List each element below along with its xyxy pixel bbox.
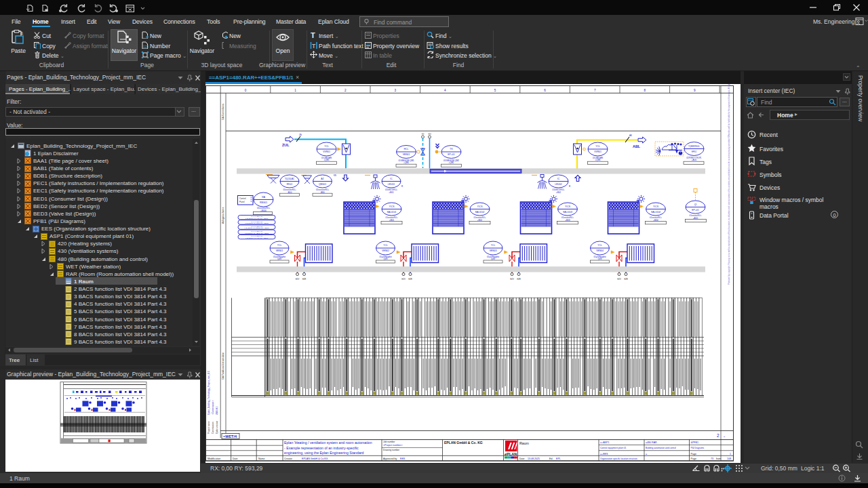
svg-text:HZR: HZR [302, 278, 307, 281]
svg-text:YCL: YCL [595, 145, 600, 148]
svg-text:3: 3 [395, 89, 397, 92]
svg-text:2: 2 [717, 433, 719, 438]
svg-text:YCL: YCL [324, 145, 329, 148]
svg-text:Date: Date [519, 458, 525, 460]
svg-text:⌄: ⌄ [723, 434, 726, 438]
svg-text:YCL: YCL [597, 244, 602, 247]
svg-text:EPLAN GmbH & Co. KG: EPLAN GmbH & Co. KG [444, 441, 483, 445]
svg-text:T: T [312, 42, 316, 49]
svg-text:HZR: HZR [624, 278, 628, 281]
svg-text:Project name: Project name [208, 421, 210, 434]
svg-text:Name: Name [258, 458, 265, 460]
svg-text:TQMEIRSUL: TQMEIRSUL [688, 145, 700, 148]
svg-text:IC: IC [557, 178, 560, 180]
svg-text:Organization specific location: Organization specific location structure [600, 458, 637, 460]
svg-text:+AU0: +AU0 [692, 159, 697, 161]
svg-text:GAH-LIAB.E-LAB: GAH-LIAB.E-LAB [251, 216, 262, 217]
svg-text:QdS: QdS [277, 258, 281, 260]
svg-text:T: T [311, 31, 315, 39]
svg-text:+QM6: +QM6 [595, 159, 601, 161]
svg-text:YCL: YCL [383, 244, 388, 247]
svg-text:ZUL: ZUL [282, 143, 290, 147]
svg-text:VVR01: VVR01 [594, 150, 601, 153]
svg-text:Eplan version: Eplan version [216, 420, 218, 434]
svg-text:EP+01: EP+01 [692, 209, 698, 211]
svg-text:EES: EES [400, 458, 406, 460]
svg-text:EP+01: EP+01 [448, 153, 454, 156]
svg-text:GAH-LIAB.E-LAB: GAH-LIAB.E-LAB [251, 230, 262, 232]
svg-text:engineering, using the Eplan E: engineering, using the Eplan Engineering… [284, 451, 363, 455]
svg-text:VD: VD [422, 133, 425, 136]
svg-text:Protected by copyright. Passin: Protected by copyright. Passing on as we… [728, 84, 730, 285]
svg-text:GA-Kammlinien: GA-Kammlinien [222, 104, 224, 120]
svg-text:ABL: ABL [633, 144, 641, 148]
svg-text:VEN01: VEN01 [276, 249, 283, 252]
svg-text:5: 5 [494, 89, 496, 92]
svg-text:LEU02: LEU02 [555, 183, 561, 186]
svg-text:TK: TK [450, 148, 453, 150]
svg-text:Raum: Raum [519, 441, 529, 445]
svg-text:73: 73 [711, 458, 713, 460]
svg-text:2026.0.1: 2026.0.1 [216, 406, 218, 415]
svg-text:+QM5: +QM5 [324, 159, 330, 161]
svg-text:VEN04: VEN04 [596, 249, 604, 252]
svg-text:P&I Diagrams: P&I Diagrams [691, 447, 705, 449]
svg-text:VDI: VDI [428, 133, 431, 136]
svg-text:QdS: QdS [384, 258, 388, 260]
svg-text:EP01: EP01 [692, 150, 696, 153]
svg-text:EPLAN GmbH & Co.KG: EPLAN GmbH & Co.KG [302, 458, 328, 460]
svg-text:Panel: Panel [239, 201, 245, 203]
svg-text:&PFB1: &PFB1 [691, 441, 698, 444]
svg-text:SAL0103: SAL0103 [563, 211, 572, 214]
svg-text:+M02: +M02 [477, 219, 483, 222]
svg-text:Building automation and contro: Building automation and control [646, 447, 676, 449]
svg-text:1: 1 [730, 453, 731, 455]
svg-text:108: 108 [727, 458, 731, 460]
svg-text:+M01: +M01 [389, 191, 394, 194]
svg-text:HZV: HZV [617, 278, 621, 281]
svg-text:=WET/4: =WET/4 [223, 434, 237, 439]
svg-text:LEU01: LEU01 [388, 183, 395, 186]
svg-text:Eplan 'Heating / ventilation s: Eplan 'Heating / ventilation system and … [284, 441, 372, 445]
svg-text:Commission: Commission [212, 422, 214, 434]
svg-text:HZV: HZV [401, 278, 406, 281]
svg-text:VEN02: VEN02 [382, 249, 389, 252]
svg-text:VEN01: VEN01 [403, 153, 410, 156]
svg-text:Ed.: Ed. [549, 458, 553, 460]
svg-text:HZV: HZV [296, 278, 300, 281]
svg-text:AZ: AZ [321, 178, 323, 180]
svg-text:Control equipment plant 01: Control equipment plant 01 [600, 447, 627, 449]
svg-text:YCL: YCL [277, 244, 282, 247]
svg-text:13.08.2025: 13.08.2025 [528, 458, 540, 460]
svg-text:+QM2: +QM2 [449, 161, 454, 164]
svg-text:IVA: IVA [262, 196, 266, 199]
svg-text:VVR01: VVR01 [323, 150, 330, 153]
svg-text:Page: Page [691, 458, 696, 460]
svg-text:HCL: HCL [404, 148, 409, 150]
svg-text:KN: KN [334, 174, 336, 177]
svg-text:HZR: HZR [408, 278, 412, 281]
svg-text:SAL0101: SAL0101 [387, 211, 397, 214]
svg-text:0: 0 [245, 89, 247, 92]
svg-text:VEN03: VEN03 [490, 249, 497, 252]
svg-text:YICS: YICS [653, 205, 659, 208]
svg-text:+M01: +M01 [389, 219, 395, 222]
svg-text:Eplan_Building_Technology_Proj: Eplan_Building_Technology_Project_mm_IEC [208, 370, 210, 415]
svg-text:Job number: Job number [383, 441, 395, 443]
svg-text:from: from [716, 458, 721, 460]
svg-text:RBG01: RBG01 [260, 201, 267, 204]
svg-text:+QM5: +QM5 [403, 161, 409, 164]
svg-text:+M03: +M03 [565, 219, 570, 222]
svg-text:SAL0102: SAL0102 [475, 211, 485, 214]
svg-text:1: 1 [21, 31, 24, 35]
svg-text:QdS: QdS [598, 258, 602, 260]
svg-text:SAL0104: SAL0104 [651, 211, 660, 214]
svg-text:Modification: Modification [208, 458, 220, 460]
svg-text:Anlagenschema: Anlagenschema [222, 207, 224, 224]
svg-text:+M02: +M02 [556, 191, 561, 194]
svg-text:Drawing number: Drawing number [383, 449, 400, 451]
svg-text:Control: Control [239, 197, 246, 200]
svg-text:+M04: +M04 [653, 219, 658, 222]
svg-text:QI: QI [694, 203, 697, 206]
svg-text:4: 4 [444, 89, 446, 92]
